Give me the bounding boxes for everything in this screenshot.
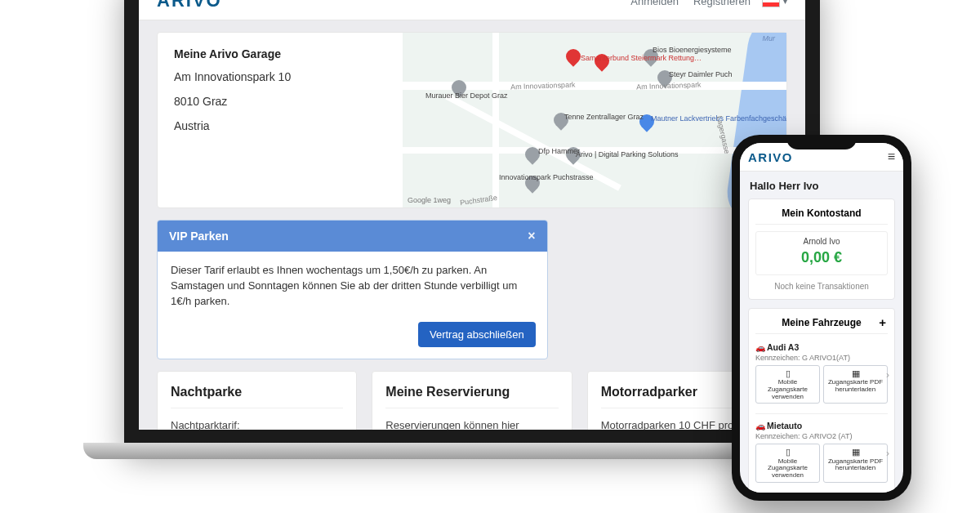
locale-caret-icon[interactable]: ▾ [783,0,787,6]
mobile-access-card-button[interactable]: ▯Mobile Zugangskarte verwenden [755,365,820,404]
mobile-site: ARIVO ≡ Hallo Herr Ivo Mein Kontostand A… [740,143,903,493]
vip-panel-header: VIP Parken × [158,221,547,252]
hamburger-icon[interactable]: ≡ [888,149,895,164]
card-title: Nachtparke [171,385,343,408]
poi-arivo: Arivo | Digital Parking Solutions [576,150,678,158]
qr-icon: ▦ [826,447,885,457]
vip-title: VIP Parken [169,230,229,243]
river-label: Mur [763,34,776,42]
pdf-access-card-button[interactable]: ▦Zugangskarte PDF herunterladen [823,444,888,482]
register-link[interactable]: Registrieren [693,0,751,7]
garage-country: Austria [174,119,386,132]
card-body: Nachtparktarif: [171,418,343,430]
vehicle-plate: Kennzeichen: G ARIVO1(AT) [755,354,888,362]
poi-samariter: Samariterbund Steiermark Rettung… [581,54,702,62]
add-vehicle-icon[interactable]: + [879,315,886,329]
login-link[interactable]: Anmelden [630,0,679,7]
bottom-card-row: Nachtparke Nachtparktarif: Meine Reservi… [157,371,787,430]
map-google-attr: Google 1weg [408,196,451,204]
page-canvas: Meine Arivo Garage Am Innovationspark 10… [139,20,805,430]
vehicle-name: Mietauto [767,421,802,430]
vip-description: Dieser Tarif erlaubt es Ihnen wochentags… [171,264,517,307]
close-icon[interactable]: × [528,229,535,243]
account-balance: 0,00 € [760,249,884,266]
vehicle-row[interactable]: 🚗Audi A3 Kennzeichen: G ARIVO1(AT) ▯Mobi… [755,341,888,408]
brand-logo: ARIVO [157,0,222,11]
conclude-contract-button[interactable]: Vertrag abschließen [418,322,536,347]
greeting: Hallo Herr Ivo [748,180,895,192]
car-icon: 🚗 [755,343,765,352]
mobile-access-card-button[interactable]: ▯Mobile Zugangskarte verwenden [755,444,820,482]
chevron-right-icon[interactable]: › [886,369,889,381]
brand-logo: ARIVO [748,150,793,164]
account-note: Noch keine Transaktionen [755,282,888,291]
vehicle-row[interactable]: 🚗Mietauto Kennzeichen: G ARIVO2 (AT) ▯Mo… [755,419,888,487]
phone-frame: ARIVO ≡ Hallo Herr Ivo Mein Kontostand A… [732,135,911,501]
poi-tenne: Tenne Zentrallager Graz [564,113,644,121]
garage-street: Am Innovationspark 10 [174,70,386,83]
phone-icon: ▯ [758,447,817,457]
card-title: Meine Reservierung [385,385,558,408]
card-body: Reservierungen können hier vorgenommen w… [385,418,558,430]
poi-innopark: Innovationspark Puchstrasse [499,173,594,181]
account-balance-card: Mein Kontostand Arnold Ivo 0,00 € Noch k… [748,199,895,300]
map-widget[interactable]: Mur Samariterbund Steiermark Rettung… [403,33,786,207]
balance-heading: Mein Kontostand [755,207,888,225]
laptop-screen: ARIVO Anmelden Registrieren ▾ Meine Ariv… [124,0,820,444]
vehicles-heading: Meine Fahrzeuge + [755,317,888,334]
pdf-access-card-button[interactable]: ▦Zugangskarte PDF herunterladen [823,365,888,404]
car-icon: 🚗 [755,422,765,430]
poi-murauer: Murauer Bier Depot Graz [425,91,508,100]
reservation-card[interactable]: Meine Reservierung Reservierungen können… [372,371,572,430]
top-nav: ARIVO Anmelden Registrieren ▾ [139,0,805,20]
qr-icon: ▦ [826,368,885,378]
garage-card: Meine Arivo Garage Am Innovationspark 10… [157,32,787,208]
garage-info: Meine Arivo Garage Am Innovationspark 10… [158,33,403,207]
garage-title: Meine Arivo Garage [174,47,386,60]
account-name: Arnold Ivo [760,237,884,246]
garage-city: 8010 Graz [174,95,386,108]
poi-dfp: Dfp Hammer [538,147,580,155]
poi-steyr: Steyr Daimler Puch [669,70,733,78]
vip-parken-panel: VIP Parken × Dieser Tarif erlaubt es Ihn… [157,220,548,359]
desktop-site: ARIVO Anmelden Registrieren ▾ Meine Ariv… [139,0,805,430]
vehicle-name: Audi A3 [767,342,799,352]
phone-icon: ▯ [758,368,817,378]
vehicle-plate: Kennzeichen: G ARIVO2 (AT) [755,432,888,440]
vehicles-card: Meine Fahrzeuge + 🚗Audi A3 Kennzeichen: … [748,308,895,493]
chevron-right-icon[interactable]: › [886,448,889,459]
poi-bios: Bios Bioenergiesysteme [653,46,732,54]
locale-flag-icon[interactable] [762,0,780,7]
night-parking-card[interactable]: Nachtparke Nachtparktarif: [157,371,357,430]
